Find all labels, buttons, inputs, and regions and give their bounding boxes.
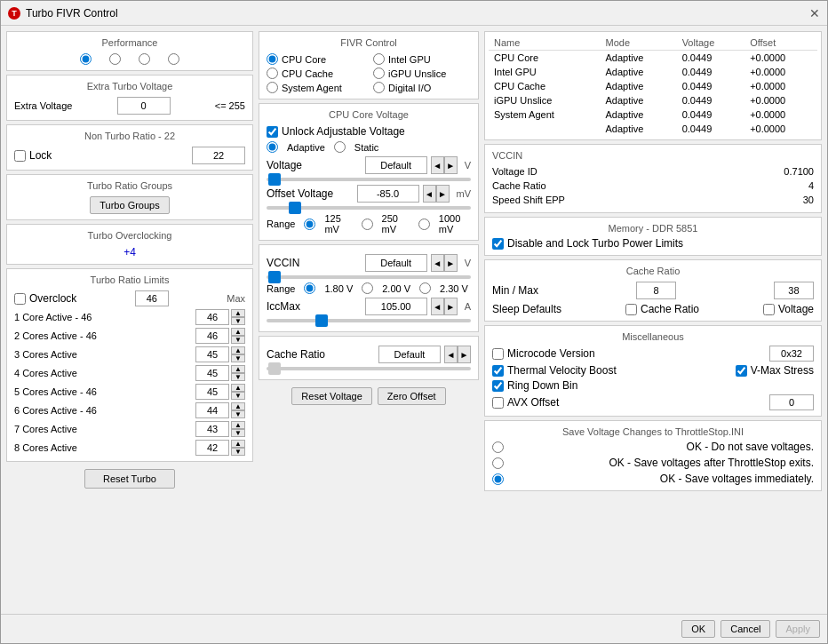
fivr-radio-digital-io[interactable] bbox=[373, 82, 385, 93]
vccin-input[interactable] bbox=[365, 254, 427, 272]
microcode-value-row bbox=[656, 346, 814, 362]
ratio-up-6[interactable]: ▲ bbox=[231, 421, 245, 429]
voltage-left-btn[interactable]: ◄ bbox=[432, 157, 444, 173]
ratio-up-2[interactable]: ▲ bbox=[231, 346, 245, 354]
voltage-right-btn[interactable]: ► bbox=[444, 157, 457, 173]
vccin-range-200-radio[interactable] bbox=[362, 282, 373, 294]
overclock-checkbox[interactable] bbox=[14, 293, 26, 305]
iccmax-slider-thumb[interactable] bbox=[315, 314, 328, 327]
perf-radio-3[interactable] bbox=[139, 53, 150, 65]
ratio-input-2[interactable] bbox=[195, 346, 229, 362]
ratio-down-6[interactable]: ▼ bbox=[231, 429, 245, 437]
ratio-down-3[interactable]: ▼ bbox=[231, 373, 245, 381]
ratio-input-3[interactable] bbox=[195, 365, 229, 381]
save-option-1-radio[interactable] bbox=[492, 457, 504, 469]
microcode-value-input[interactable] bbox=[769, 346, 814, 362]
ratio-input-4[interactable] bbox=[195, 384, 229, 400]
ratio-up-0[interactable]: ▲ bbox=[231, 309, 245, 317]
vccin-left-btn[interactable]: ◄ bbox=[432, 255, 444, 271]
ratio-down-7[interactable]: ▼ bbox=[231, 448, 245, 456]
vccin-range-180-radio[interactable] bbox=[304, 282, 315, 294]
apply-button[interactable]: Apply bbox=[776, 620, 820, 638]
cache-ratio-mid-right-btn[interactable]: ► bbox=[458, 346, 470, 362]
close-button[interactable]: ✕ bbox=[809, 6, 820, 20]
thermal-velocity-checkbox[interactable] bbox=[492, 365, 504, 377]
range-1000-radio[interactable] bbox=[418, 219, 430, 230]
overclock-value-input[interactable] bbox=[135, 290, 169, 306]
voltage-slider-thumb[interactable] bbox=[268, 173, 281, 186]
avx-offset-input[interactable] bbox=[769, 394, 814, 410]
vccin-range-230-radio[interactable] bbox=[419, 282, 431, 294]
cache-ratio-slider-thumb[interactable] bbox=[268, 362, 281, 375]
save-option-2-radio[interactable] bbox=[492, 473, 504, 485]
extra-turbo-title: Extra Turbo Voltage bbox=[14, 81, 245, 91]
ratio-down-4[interactable]: ▼ bbox=[231, 392, 245, 400]
range-125-radio[interactable] bbox=[304, 219, 315, 230]
sleep-cache-ratio-checkbox[interactable] bbox=[625, 304, 637, 315]
offset-voltage-input[interactable] bbox=[357, 185, 419, 203]
ratio-up-3[interactable]: ▲ bbox=[231, 365, 245, 373]
iccmax-left-btn[interactable]: ◄ bbox=[432, 298, 444, 314]
offset-slider-thumb[interactable] bbox=[289, 202, 301, 214]
fivr-radio-cpu-cache[interactable] bbox=[267, 68, 278, 79]
ratio-input-6[interactable] bbox=[195, 421, 229, 437]
fivr-radio-igpu-unslice[interactable] bbox=[373, 68, 385, 79]
min-value-input[interactable] bbox=[636, 282, 676, 299]
offset-left-btn[interactable]: ◄ bbox=[424, 186, 436, 202]
extra-voltage-input[interactable]: 0 bbox=[117, 97, 171, 115]
zero-offset-button[interactable]: Zero Offset bbox=[378, 387, 446, 405]
cancel-button[interactable]: Cancel bbox=[721, 620, 770, 638]
ratio-down-1[interactable]: ▼ bbox=[231, 336, 245, 344]
save-option-0-radio[interactable] bbox=[492, 441, 504, 453]
microcode-checkbox[interactable] bbox=[492, 348, 504, 360]
reset-voltage-button[interactable]: Reset Voltage bbox=[291, 387, 372, 405]
iccmax-input[interactable] bbox=[365, 298, 427, 315]
turbo-groups-button[interactable]: Turbo Groups bbox=[90, 196, 169, 214]
ratio-down-2[interactable]: ▼ bbox=[231, 354, 245, 362]
vmax-stress-checkbox[interactable] bbox=[736, 365, 747, 377]
lock-checkbox[interactable] bbox=[14, 150, 26, 162]
iccmax-right-btn[interactable]: ► bbox=[444, 298, 457, 314]
vccin-slider-thumb[interactable] bbox=[268, 271, 281, 283]
adaptive-radio[interactable] bbox=[267, 141, 278, 153]
vccin-right-btn[interactable]: ► bbox=[444, 255, 457, 271]
ratio-down-0[interactable]: ▼ bbox=[231, 317, 245, 325]
avx-offset-checkbox[interactable] bbox=[492, 397, 504, 409]
reset-turbo-button[interactable]: Reset Turbo bbox=[84, 469, 175, 489]
ratio-input-0[interactable] bbox=[195, 309, 229, 325]
perf-radio-2[interactable] bbox=[109, 53, 121, 65]
offset-right-btn[interactable]: ► bbox=[436, 186, 449, 202]
overclock-checkbox-row: Overclock bbox=[14, 292, 76, 305]
ratio-up-1[interactable]: ▲ bbox=[231, 328, 245, 336]
cache-ratio-mid-left-btn[interactable]: ◄ bbox=[445, 346, 458, 362]
ok-button[interactable]: OK bbox=[681, 620, 715, 638]
ratio-down-5[interactable]: ▼ bbox=[231, 410, 245, 418]
static-radio[interactable] bbox=[334, 141, 346, 153]
cache-ratio-mid-input[interactable] bbox=[378, 346, 441, 363]
non-turbo-input[interactable] bbox=[192, 147, 245, 164]
ratio-up-5[interactable]: ▲ bbox=[231, 402, 245, 410]
disable-lock-turbo-checkbox[interactable] bbox=[492, 238, 504, 250]
ratio-up-7[interactable]: ▲ bbox=[231, 440, 245, 448]
perf-radio-1[interactable] bbox=[80, 53, 92, 65]
perf-radio-4[interactable] bbox=[168, 53, 179, 65]
sleep-voltage-checkbox[interactable] bbox=[763, 304, 775, 315]
ratio-input-1[interactable] bbox=[195, 328, 229, 344]
voltage-input[interactable] bbox=[365, 156, 427, 174]
ratio-stepper-4: ▲ ▼ bbox=[231, 384, 245, 400]
fivr-title: FIVR Control bbox=[267, 37, 471, 48]
ratio-input-5[interactable] bbox=[195, 402, 229, 418]
voltage-stepper-row: ◄ ► V bbox=[365, 156, 471, 174]
fivr-radio-system-agent[interactable] bbox=[267, 82, 278, 93]
lock-label: Lock bbox=[29, 149, 52, 162]
ratio-up-4[interactable]: ▲ bbox=[231, 384, 245, 392]
fivr-radio-cpu-core[interactable] bbox=[267, 53, 278, 65]
range-250-radio[interactable] bbox=[362, 219, 373, 230]
unlock-adjustable-checkbox[interactable] bbox=[267, 126, 278, 138]
vccin-range-row: Range 1.80 V 2.00 V 2.30 V bbox=[267, 282, 471, 294]
cache-ratio-vccin-value: 4 bbox=[808, 180, 814, 191]
fivr-radio-intel-gpu[interactable] bbox=[373, 53, 385, 65]
ring-down-checkbox[interactable] bbox=[492, 380, 504, 392]
max-value-input[interactable] bbox=[774, 282, 814, 299]
ratio-input-7[interactable] bbox=[195, 440, 229, 456]
